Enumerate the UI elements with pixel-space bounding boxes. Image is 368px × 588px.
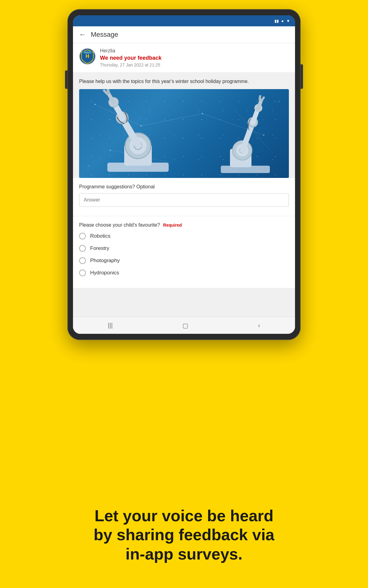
message-header: H HERZLIA Herzlia We need your feedback … — [73, 43, 295, 73]
message-body: Please help us with the topics for this … — [73, 73, 295, 178]
radio-label-hydroponics: Hydroponics — [90, 270, 119, 276]
page-background: ▮▮ ● ▼ ← Message — [0, 0, 368, 588]
back-button[interactable]: ← — [79, 31, 86, 39]
message-subject: We need your feedback — [100, 55, 162, 61]
radio-circle-photography[interactable] — [79, 257, 86, 264]
robot-image — [79, 89, 289, 178]
sender-avatar: H HERZLIA — [79, 48, 96, 65]
svg-point-11 — [263, 134, 264, 136]
nav-title: Message — [91, 31, 118, 39]
radio-section: Please choose your child's favourite? Re… — [73, 216, 295, 288]
optional-label: Programme suggestions? Optional — [79, 184, 289, 190]
bottom-nav-bar: ||| ▢ ‹ — [73, 317, 295, 334]
radio-circle-robotics[interactable] — [79, 233, 86, 239]
answer-input[interactable] — [79, 193, 289, 207]
radio-circle-hydroponics[interactable] — [79, 270, 86, 276]
svg-point-9 — [140, 125, 142, 126]
survey-input-section: Programme suggestions? Optional — [73, 178, 295, 213]
bottom-headline: Let your voice be heard by sharing feedb… — [77, 506, 291, 564]
robot-svg — [79, 89, 289, 178]
radio-option-photography[interactable]: Photography — [79, 257, 289, 264]
tablet-device: ▮▮ ● ▼ ← Message — [67, 9, 301, 340]
sender-info: Herzlia We need your feedback Thursday, … — [100, 48, 162, 67]
svg-line-4 — [141, 114, 202, 126]
message-date: Thursday, 27 Jan 2022 at 21:25 — [100, 62, 162, 67]
radio-circle-forestry[interactable] — [79, 245, 86, 252]
radio-option-hydroponics[interactable]: Hydroponics — [79, 270, 289, 276]
home-nav-icon[interactable]: ▢ — [182, 322, 188, 329]
radio-option-forestry[interactable]: Forestry — [79, 245, 289, 252]
svg-point-10 — [202, 113, 203, 114]
herzlia-logo: H HERZLIA — [80, 49, 95, 64]
signal-icon: ▮▮ — [274, 19, 279, 23]
app-content: ← Message H — [73, 26, 295, 334]
svg-point-14 — [89, 165, 90, 166]
required-badge: Required — [163, 223, 182, 228]
svg-text:HERZLIA: HERZLIA — [84, 52, 90, 54]
menu-nav-icon[interactable]: ||| — [108, 322, 113, 329]
wifi-icon: ● — [281, 19, 284, 23]
content-spacer — [73, 288, 295, 317]
tablet-screen: ▮▮ ● ▼ ← Message — [73, 15, 295, 334]
sender-name: Herzlia — [100, 48, 162, 54]
headline-text: Let your voice be heard by sharing feedb… — [77, 506, 291, 564]
battery-icon: ▼ — [286, 19, 290, 23]
svg-text:H: H — [86, 53, 89, 59]
message-text: Please help us with the topics for this … — [79, 78, 289, 85]
back-nav-icon[interactable]: ‹ — [258, 322, 260, 329]
radio-question: Please choose your child's favourite? Re… — [79, 222, 289, 228]
radio-label-robotics: Robotics — [90, 233, 110, 239]
nav-bar: ← Message — [73, 26, 295, 43]
status-bar: ▮▮ ● ▼ — [73, 15, 295, 26]
radio-option-robotics[interactable]: Robotics — [79, 233, 289, 239]
radio-label-forestry: Forestry — [90, 245, 109, 251]
svg-point-8 — [94, 104, 96, 105]
svg-point-13 — [279, 101, 280, 102]
radio-label-photography: Photography — [90, 258, 120, 264]
svg-point-12 — [110, 150, 111, 151]
